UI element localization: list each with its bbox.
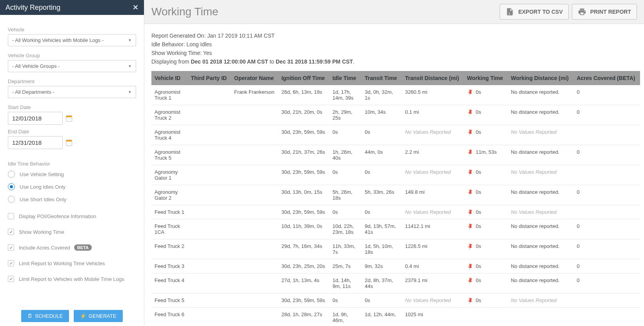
cell-third-party xyxy=(187,259,231,273)
cell-working-time: 📌 0s xyxy=(464,105,508,125)
cell-working-time: 📌 0s xyxy=(464,239,508,259)
pin-icon: 📌 xyxy=(466,222,474,230)
check-limit-working-time-vehicles[interactable]: ✓ Limit Report to Working Time Vehicles xyxy=(8,260,136,266)
pin-icon: 📌 xyxy=(466,242,474,250)
cell-working-dist: No Values Reported xyxy=(508,293,573,308)
pin-icon: 📌 xyxy=(466,88,474,96)
radio-use-vehicle-setting[interactable]: Use Vehicle Setting xyxy=(8,171,136,178)
calendar-icon[interactable] xyxy=(66,140,72,146)
check-show-working-time[interactable]: ✓ Show Working Time xyxy=(8,229,136,235)
svg-text:X: X xyxy=(508,12,510,15)
col-transit-time[interactable]: Transit Time xyxy=(362,71,402,85)
check-label: Include Acres Covered xyxy=(19,245,70,251)
col-operator[interactable]: Operator Name xyxy=(231,71,278,85)
cell-vehicle-id: Feed Truck 6 xyxy=(151,308,187,326)
radio-label: Use Vehicle Setting xyxy=(20,171,64,177)
radio-use-short-idles[interactable]: Use Short Idles Only xyxy=(8,196,136,203)
table-header-row: Vehicle ID Third Party ID Operator Name … xyxy=(151,71,640,85)
meta-show-wt: Show Working Time: Yes xyxy=(151,50,640,56)
table-row[interactable]: Feed Truck 427d, 1h, 13m, 4s1d, 14h, 9m,… xyxy=(151,273,640,293)
cell-vehicle-id: Agronomy Gator 2 xyxy=(151,185,187,205)
col-vehicle-id[interactable]: Vehicle ID xyxy=(151,71,187,85)
table-row[interactable]: Agronomy Gator 230d, 13h, 0m, 15s5h, 26m… xyxy=(151,185,640,205)
cell-working-dist: No distance reported. xyxy=(508,185,573,205)
vehicle-group-select[interactable]: - All Vehicle Groups - ▼ xyxy=(8,60,136,72)
cell-working-dist xyxy=(508,308,573,326)
table-row[interactable]: Feed Truck 330d, 23h, 25m, 20s25m, 7s9m,… xyxy=(151,259,640,273)
check-limit-mobile-logs[interactable]: ✓ Limit Report to Vehicles with Mobile T… xyxy=(8,276,136,282)
radio-icon xyxy=(8,171,15,178)
radio-use-long-idles[interactable]: Use Long Idles Only xyxy=(8,183,136,190)
table-row[interactable]: Feed Truck 130d, 23h, 59m, 59s0s0sNo Val… xyxy=(151,205,640,219)
cell-vehicle-id: Feed Truck 1CA xyxy=(151,219,187,239)
cell-vehicle-id: Feed Truck 2 xyxy=(151,239,187,259)
cell-idle-time: 0s xyxy=(329,293,362,308)
table-row[interactable]: Agronomist Truck 230d, 21h, 20m, 0s2h, 2… xyxy=(151,105,640,125)
col-transit-dist[interactable]: Transit Distance (mi) xyxy=(402,71,464,85)
calendar-icon[interactable] xyxy=(66,115,72,122)
calendar-icon: 🗓 xyxy=(27,313,33,319)
check-display-poi[interactable]: Display POI/Geofence Information xyxy=(8,213,136,219)
cell-working-dist: No distance reported. xyxy=(508,219,573,239)
table-row[interactable]: Agronomist Truck 1Frank Frankerson26d, 6… xyxy=(151,85,640,105)
generate-button[interactable]: ⚡ GENERATE xyxy=(74,310,123,322)
cell-transit-time: 0s xyxy=(362,205,402,219)
cell-ignition-off: 30d, 13h, 0m, 15s xyxy=(278,185,329,205)
cell-third-party xyxy=(187,145,231,165)
col-third-party[interactable]: Third Party ID xyxy=(187,71,231,85)
table-row[interactable]: Agronomist Truck 430d, 23h, 59m, 59s0s0s… xyxy=(151,125,640,145)
pin-icon: 📌 xyxy=(466,108,474,116)
cell-third-party xyxy=(187,125,231,145)
cell-idle-time: 25m, 7s xyxy=(329,259,362,273)
sidebar-header: Activity Reporting ✕ xyxy=(0,0,144,15)
cell-transit-time: 10m, 34s xyxy=(362,105,402,125)
radio-icon xyxy=(8,196,15,203)
end-date-input[interactable] xyxy=(8,136,63,149)
close-icon[interactable]: ✕ xyxy=(133,3,138,12)
table-body: Agronomist Truck 1Frank Frankerson26d, 6… xyxy=(151,85,640,326)
cell-acres: 0 xyxy=(573,259,640,273)
cell-idle-time: 0s xyxy=(329,125,362,145)
cell-working-dist: No distance reported. xyxy=(508,259,573,273)
meta-range: Displaying from Dec 01 2018 12:00:00 AM … xyxy=(151,58,640,65)
pin-icon: 📌 xyxy=(466,262,474,270)
vehicle-group-label: Vehicle Group xyxy=(8,53,136,58)
vehicle-select[interactable]: - All Working Vehicles with Mobile Logs … xyxy=(8,34,136,46)
table-row[interactable]: Agronomist Truck 530d, 21h, 37m, 26s1h, … xyxy=(151,145,640,165)
col-working-time[interactable]: Working Time xyxy=(464,71,508,85)
table-row[interactable]: Feed Truck 628d, 1h, 28m, 27s1d, 9h, 46m… xyxy=(151,308,640,326)
cell-operator xyxy=(231,259,278,273)
table-row[interactable]: Feed Truck 229d, 7h, 16m, 34s11h, 33m, 7… xyxy=(151,239,640,259)
schedule-button[interactable]: 🗓 SCHEDULE xyxy=(21,310,69,322)
cell-idle-time: 1d, 9h, 46m, xyxy=(329,308,362,326)
cell-working-time: 📌 0s xyxy=(464,125,508,145)
department-select[interactable]: - All Departments - ▼ xyxy=(8,86,136,98)
check-include-acres[interactable]: ✓ Include Acres Covered BETA xyxy=(8,244,136,251)
department-label: Department xyxy=(8,78,136,84)
col-idle-time[interactable]: Idle Time xyxy=(329,71,362,85)
table-row[interactable]: Feed Truck 530d, 23h, 59m, 59s0s0sNo Val… xyxy=(151,293,640,308)
cell-acres: 0 xyxy=(573,273,640,293)
pin-icon: 📌 xyxy=(466,168,474,176)
pin-icon: 📌 xyxy=(466,188,474,196)
cell-operator xyxy=(231,308,278,326)
cell-vehicle-id: Agronomist Truck 2 xyxy=(151,105,187,125)
export-csv-button[interactable]: X EXPORT TO CSV xyxy=(500,4,568,20)
cell-ignition-off: 26d, 6h, 13m, 19s xyxy=(278,85,329,105)
table-row[interactable]: Agronomy Gator 130d, 23h, 59m, 59s0s0sNo… xyxy=(151,165,640,185)
check-label: Limit Report to Vehicles with Mobile Tim… xyxy=(19,276,124,282)
cell-operator xyxy=(231,219,278,239)
col-acres[interactable]: Acres Covered (BETA) xyxy=(573,71,640,85)
cell-transit-time: 2d, 8h, 37m, 44s xyxy=(362,273,402,293)
col-working-dist[interactable]: Working Distance (mi) xyxy=(508,71,573,85)
cell-transit-dist: 1025 mi xyxy=(402,308,464,326)
start-date-input[interactable] xyxy=(8,112,63,125)
print-report-button[interactable]: PRINT REPORT xyxy=(572,4,637,20)
cell-ignition-off: 10d, 11h, 39m, 0s xyxy=(278,219,329,239)
cell-working-dist: No distance reported. xyxy=(508,273,573,293)
table-row[interactable]: Feed Truck 1CA10d, 11h, 39m, 0s10d, 22h,… xyxy=(151,219,640,239)
cell-transit-dist: 1226.5 mi xyxy=(402,239,464,259)
department-value: - All Departments - xyxy=(12,89,55,95)
col-ignition-off[interactable]: Ignition Off Time xyxy=(278,71,329,85)
print-report-label: PRINT REPORT xyxy=(590,9,631,15)
